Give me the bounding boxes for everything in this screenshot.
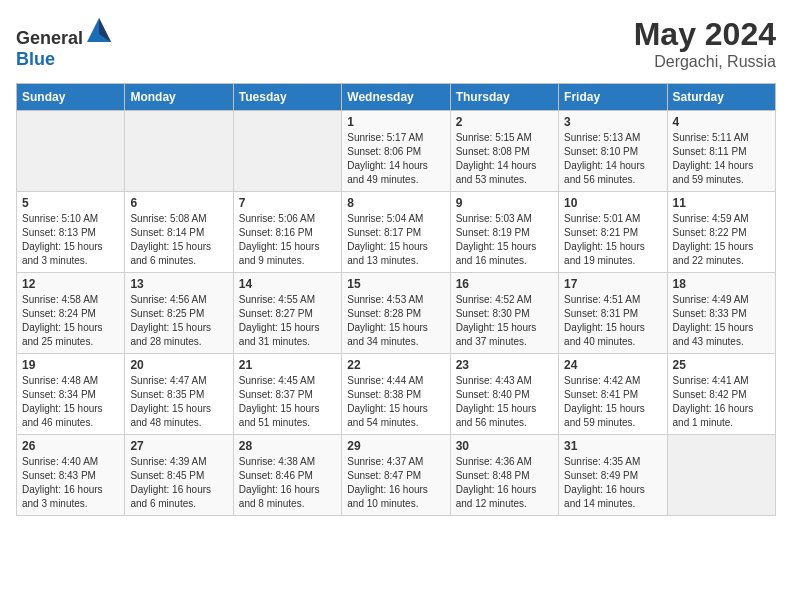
calendar-cell: 22Sunrise: 4:44 AMSunset: 8:38 PMDayligh… [342, 354, 450, 435]
day-info: Sunrise: 4:52 AMSunset: 8:30 PMDaylight:… [456, 293, 553, 349]
day-info: Sunrise: 4:37 AMSunset: 8:47 PMDaylight:… [347, 455, 444, 511]
calendar-cell: 17Sunrise: 4:51 AMSunset: 8:31 PMDayligh… [559, 273, 667, 354]
calendar-cell: 23Sunrise: 4:43 AMSunset: 8:40 PMDayligh… [450, 354, 558, 435]
day-number: 15 [347, 277, 444, 291]
calendar-cell: 14Sunrise: 4:55 AMSunset: 8:27 PMDayligh… [233, 273, 341, 354]
day-info: Sunrise: 4:51 AMSunset: 8:31 PMDaylight:… [564, 293, 661, 349]
calendar-cell: 15Sunrise: 4:53 AMSunset: 8:28 PMDayligh… [342, 273, 450, 354]
day-info: Sunrise: 4:53 AMSunset: 8:28 PMDaylight:… [347, 293, 444, 349]
calendar-cell: 24Sunrise: 4:42 AMSunset: 8:41 PMDayligh… [559, 354, 667, 435]
calendar-cell: 13Sunrise: 4:56 AMSunset: 8:25 PMDayligh… [125, 273, 233, 354]
day-number: 23 [456, 358, 553, 372]
calendar-cell: 20Sunrise: 4:47 AMSunset: 8:35 PMDayligh… [125, 354, 233, 435]
day-info: Sunrise: 4:45 AMSunset: 8:37 PMDaylight:… [239, 374, 336, 430]
day-number: 6 [130, 196, 227, 210]
day-info: Sunrise: 4:39 AMSunset: 8:45 PMDaylight:… [130, 455, 227, 511]
day-number: 4 [673, 115, 770, 129]
day-number: 27 [130, 439, 227, 453]
col-sunday: Sunday [17, 84, 125, 111]
calendar-cell: 16Sunrise: 4:52 AMSunset: 8:30 PMDayligh… [450, 273, 558, 354]
calendar-cell: 10Sunrise: 5:01 AMSunset: 8:21 PMDayligh… [559, 192, 667, 273]
day-number: 7 [239, 196, 336, 210]
day-number: 26 [22, 439, 119, 453]
day-number: 30 [456, 439, 553, 453]
day-info: Sunrise: 5:11 AMSunset: 8:11 PMDaylight:… [673, 131, 770, 187]
title-block: May 2024 Dergachi, Russia [634, 16, 776, 71]
day-info: Sunrise: 5:08 AMSunset: 8:14 PMDaylight:… [130, 212, 227, 268]
day-info: Sunrise: 5:03 AMSunset: 8:19 PMDaylight:… [456, 212, 553, 268]
day-info: Sunrise: 4:49 AMSunset: 8:33 PMDaylight:… [673, 293, 770, 349]
calendar-cell: 4Sunrise: 5:11 AMSunset: 8:11 PMDaylight… [667, 111, 775, 192]
calendar-cell: 30Sunrise: 4:36 AMSunset: 8:48 PMDayligh… [450, 435, 558, 516]
logo: General Blue [16, 16, 113, 70]
day-info: Sunrise: 5:01 AMSunset: 8:21 PMDaylight:… [564, 212, 661, 268]
calendar-week-row: 12Sunrise: 4:58 AMSunset: 8:24 PMDayligh… [17, 273, 776, 354]
calendar-cell: 7Sunrise: 5:06 AMSunset: 8:16 PMDaylight… [233, 192, 341, 273]
calendar-cell: 2Sunrise: 5:15 AMSunset: 8:08 PMDaylight… [450, 111, 558, 192]
calendar-week-row: 26Sunrise: 4:40 AMSunset: 8:43 PMDayligh… [17, 435, 776, 516]
calendar-cell: 6Sunrise: 5:08 AMSunset: 8:14 PMDaylight… [125, 192, 233, 273]
calendar-cell [17, 111, 125, 192]
day-number: 1 [347, 115, 444, 129]
calendar-cell: 21Sunrise: 4:45 AMSunset: 8:37 PMDayligh… [233, 354, 341, 435]
calendar-week-row: 5Sunrise: 5:10 AMSunset: 8:13 PMDaylight… [17, 192, 776, 273]
day-number: 21 [239, 358, 336, 372]
day-info: Sunrise: 4:48 AMSunset: 8:34 PMDaylight:… [22, 374, 119, 430]
calendar-cell [233, 111, 341, 192]
day-info: Sunrise: 5:10 AMSunset: 8:13 PMDaylight:… [22, 212, 119, 268]
calendar-header-row: Sunday Monday Tuesday Wednesday Thursday… [17, 84, 776, 111]
day-info: Sunrise: 4:38 AMSunset: 8:46 PMDaylight:… [239, 455, 336, 511]
day-info: Sunrise: 4:36 AMSunset: 8:48 PMDaylight:… [456, 455, 553, 511]
logo-icon [85, 16, 113, 44]
day-number: 12 [22, 277, 119, 291]
calendar-cell: 28Sunrise: 4:38 AMSunset: 8:46 PMDayligh… [233, 435, 341, 516]
calendar-cell: 25Sunrise: 4:41 AMSunset: 8:42 PMDayligh… [667, 354, 775, 435]
day-info: Sunrise: 4:56 AMSunset: 8:25 PMDaylight:… [130, 293, 227, 349]
day-number: 18 [673, 277, 770, 291]
page-header: General Blue May 2024 Dergachi, Russia [16, 16, 776, 71]
day-number: 22 [347, 358, 444, 372]
day-info: Sunrise: 5:04 AMSunset: 8:17 PMDaylight:… [347, 212, 444, 268]
calendar-cell: 3Sunrise: 5:13 AMSunset: 8:10 PMDaylight… [559, 111, 667, 192]
day-info: Sunrise: 4:43 AMSunset: 8:40 PMDaylight:… [456, 374, 553, 430]
calendar-cell: 18Sunrise: 4:49 AMSunset: 8:33 PMDayligh… [667, 273, 775, 354]
day-number: 5 [22, 196, 119, 210]
col-thursday: Thursday [450, 84, 558, 111]
col-saturday: Saturday [667, 84, 775, 111]
day-number: 28 [239, 439, 336, 453]
day-info: Sunrise: 5:06 AMSunset: 8:16 PMDaylight:… [239, 212, 336, 268]
day-info: Sunrise: 5:13 AMSunset: 8:10 PMDaylight:… [564, 131, 661, 187]
calendar-cell: 1Sunrise: 5:17 AMSunset: 8:06 PMDaylight… [342, 111, 450, 192]
day-number: 31 [564, 439, 661, 453]
calendar-week-row: 1Sunrise: 5:17 AMSunset: 8:06 PMDaylight… [17, 111, 776, 192]
day-number: 3 [564, 115, 661, 129]
day-number: 16 [456, 277, 553, 291]
day-number: 17 [564, 277, 661, 291]
day-number: 10 [564, 196, 661, 210]
calendar-cell: 26Sunrise: 4:40 AMSunset: 8:43 PMDayligh… [17, 435, 125, 516]
day-number: 24 [564, 358, 661, 372]
day-number: 25 [673, 358, 770, 372]
calendar-title: May 2024 [634, 16, 776, 53]
day-number: 2 [456, 115, 553, 129]
day-number: 9 [456, 196, 553, 210]
logo-text: General Blue [16, 16, 113, 70]
day-info: Sunrise: 4:41 AMSunset: 8:42 PMDaylight:… [673, 374, 770, 430]
day-info: Sunrise: 4:35 AMSunset: 8:49 PMDaylight:… [564, 455, 661, 511]
day-number: 14 [239, 277, 336, 291]
logo-blue: Blue [16, 49, 55, 69]
col-friday: Friday [559, 84, 667, 111]
calendar-cell: 11Sunrise: 4:59 AMSunset: 8:22 PMDayligh… [667, 192, 775, 273]
col-monday: Monday [125, 84, 233, 111]
day-info: Sunrise: 4:47 AMSunset: 8:35 PMDaylight:… [130, 374, 227, 430]
day-info: Sunrise: 4:40 AMSunset: 8:43 PMDaylight:… [22, 455, 119, 511]
day-info: Sunrise: 5:15 AMSunset: 8:08 PMDaylight:… [456, 131, 553, 187]
day-info: Sunrise: 4:58 AMSunset: 8:24 PMDaylight:… [22, 293, 119, 349]
calendar-week-row: 19Sunrise: 4:48 AMSunset: 8:34 PMDayligh… [17, 354, 776, 435]
calendar-location: Dergachi, Russia [634, 53, 776, 71]
day-number: 19 [22, 358, 119, 372]
calendar-table: Sunday Monday Tuesday Wednesday Thursday… [16, 83, 776, 516]
day-info: Sunrise: 4:44 AMSunset: 8:38 PMDaylight:… [347, 374, 444, 430]
calendar-cell: 27Sunrise: 4:39 AMSunset: 8:45 PMDayligh… [125, 435, 233, 516]
calendar-cell: 12Sunrise: 4:58 AMSunset: 8:24 PMDayligh… [17, 273, 125, 354]
